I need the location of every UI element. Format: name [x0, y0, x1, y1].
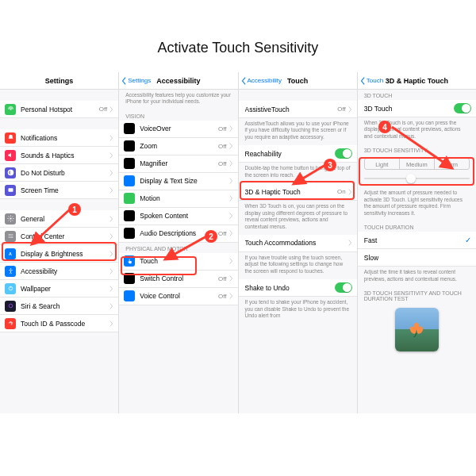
chevron-right-icon: [109, 286, 113, 292]
row-label: Reachability: [245, 150, 335, 158]
row-label: Motion: [140, 194, 228, 202]
row-general[interactable]: General: [0, 210, 118, 228]
row-audio-desc[interactable]: Audio DescriptionsOff: [119, 225, 237, 243]
row-label: 3D & Haptic Touch: [245, 188, 338, 196]
touchid-icon: [5, 318, 16, 329]
section-footer: Adjust the time it takes to reveal conte…: [358, 267, 476, 287]
row-label: Shake to Undo: [245, 284, 335, 292]
row-sounds[interactable]: Sounds & Haptics: [0, 147, 118, 164]
sensitivity-segmented[interactable]: LightMediumFirm: [364, 158, 470, 170]
row-siri[interactable]: Siri & Search: [0, 298, 118, 315]
chevron-right-icon: [109, 152, 113, 159]
seg-light[interactable]: Light: [365, 159, 399, 169]
back-button[interactable]: Accessibility: [241, 77, 282, 85]
section-header: 3D TOUCH SENSITIVITY AND TOUCH DURATION …: [358, 287, 476, 303]
section-footer: AssistiveTouch allows you to use your iP…: [239, 118, 357, 145]
chevron-right-icon: [229, 230, 233, 236]
svg-text:A: A: [8, 251, 11, 256]
row-zoom[interactable]: ZoomOff: [119, 138, 237, 155]
row-label: Accessibility: [21, 267, 109, 275]
row-touchid[interactable]: Touch ID & Passcode: [0, 315, 118, 332]
row-value: Off: [218, 160, 227, 167]
row-label: Wallpaper: [21, 285, 109, 293]
badge-1: 1: [68, 203, 81, 216]
row-label: Personal Hotspot: [21, 106, 99, 113]
row-magnifier[interactable]: MagnifierOff: [119, 155, 237, 173]
row-spoken[interactable]: Spoken Content: [119, 208, 237, 225]
row-3d-haptic[interactable]: 3D & Haptic TouchOn: [239, 183, 357, 201]
row-label: Switch Control: [140, 274, 218, 282]
row-label: Voice Control: [140, 292, 218, 300]
section-header: 3D TOUCH SENSITIVITY: [358, 144, 476, 155]
badge-4: 4: [378, 121, 391, 133]
section-footer: Double-tap the home button to bring the …: [239, 163, 357, 183]
row-reachability[interactable]: Reachability: [239, 145, 357, 163]
check-icon: ✓: [465, 236, 471, 244]
row-value: Off: [218, 293, 227, 300]
general-icon: [5, 213, 16, 225]
row-fast[interactable]: Fast✓: [358, 232, 476, 249]
row-touch[interactable]: Touch: [119, 253, 237, 271]
row-dnd[interactable]: Do Not Disturb: [0, 164, 118, 182]
reachability-toggle[interactable]: [335, 148, 352, 159]
row-wallpaper[interactable]: Wallpaper: [0, 280, 118, 298]
chevron-right-icon: [229, 143, 233, 149]
row-motion[interactable]: Motion: [119, 190, 237, 208]
back-button[interactable]: Settings: [121, 77, 151, 85]
row-assistive-touch[interactable]: AssistiveTouchOff: [239, 101, 357, 118]
row-value: Off: [99, 106, 108, 113]
row-label: Spoken Content: [140, 212, 228, 220]
control-center-icon: [5, 231, 16, 242]
spoken-icon: [124, 210, 135, 221]
chevron-right-icon: [109, 303, 113, 309]
row-slow[interactable]: Slow: [358, 249, 476, 267]
row-voice-control[interactable]: Voice ControlOff: [119, 288, 237, 305]
seg-medium[interactable]: Medium: [399, 159, 434, 169]
sensitivity-slider[interactable]: [364, 173, 470, 184]
row-label: 3D Touch: [364, 105, 454, 113]
section-header: 3D TOUCH: [358, 90, 476, 100]
row-touch-accommodations[interactable]: Touch Accommodations: [239, 235, 357, 252]
panel-accessibility: Settings Accessibility Accessibility fea…: [118, 72, 237, 413]
display-text-icon: [124, 175, 135, 186]
row-value: Off: [218, 230, 227, 237]
header-title: Settings: [0, 77, 118, 85]
row-3d-touch[interactable]: 3D Touch: [358, 100, 476, 117]
row-screentime[interactable]: Screen Time: [0, 182, 118, 199]
chevron-right-icon: [229, 160, 233, 167]
section-header: TOUCH DURATION: [358, 221, 476, 232]
chevron-right-icon: [109, 233, 113, 240]
row-control-center[interactable]: Control Center: [0, 228, 118, 245]
row-label: Touch Accommodations: [245, 239, 348, 247]
row-personal-hotspot[interactable]: Personal HotspotOff: [0, 101, 118, 118]
svg-point-8: [10, 286, 11, 288]
back-button[interactable]: Touch: [360, 77, 383, 85]
siri-icon: [5, 301, 16, 312]
row-label: Screen Time: [21, 186, 109, 194]
row-label: Siri & Search: [21, 302, 109, 310]
row-display-text[interactable]: Display & Text Size: [119, 173, 237, 190]
row-value: On: [337, 188, 346, 195]
row-switch-control[interactable]: Switch ControlOff: [119, 271, 237, 288]
switch-icon: [124, 273, 135, 284]
seg-firm[interactable]: Firm: [434, 159, 469, 169]
section-footer: Adjust the amount of pressure needed to …: [358, 187, 476, 221]
panel-settings: Settings Personal HotspotOff Notificatio…: [0, 72, 118, 413]
row-accessibility[interactable]: Accessibility: [0, 263, 118, 280]
accessibility-icon: [5, 266, 16, 277]
chevron-right-icon: [109, 321, 113, 327]
chevron-right-icon: [229, 195, 233, 202]
row-voiceover[interactable]: VoiceOverOff: [119, 121, 237, 138]
chevron-right-icon: [109, 170, 113, 176]
test-thumbnail[interactable]: [395, 308, 439, 351]
chevron-right-icon: [229, 178, 233, 184]
3d-touch-toggle[interactable]: [454, 103, 471, 113]
row-notifications[interactable]: Notifications: [0, 129, 118, 147]
row-label: Do Not Disturb: [21, 169, 109, 177]
row-display[interactable]: ADisplay & Brightness: [0, 245, 118, 263]
row-shake-undo[interactable]: Shake to Undo: [239, 279, 357, 297]
row-value: Off: [218, 125, 227, 132]
shake-toggle[interactable]: [335, 282, 352, 293]
row-label: Sounds & Haptics: [21, 152, 109, 159]
motion-icon: [124, 193, 135, 204]
